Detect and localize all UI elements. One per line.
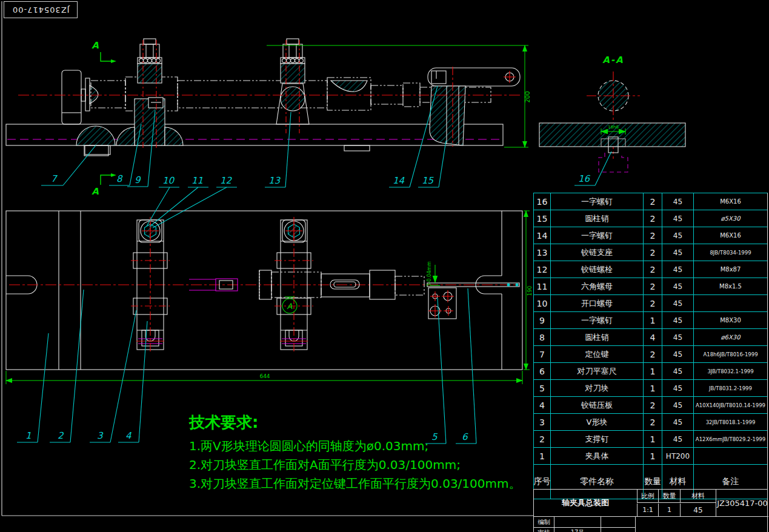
part-label-1: 1 xyxy=(17,333,48,442)
table-row: 12铰链螺栓245M8x87 xyxy=(534,261,767,278)
svg-text:7: 7 xyxy=(51,173,58,184)
svg-text:9: 9 xyxy=(135,175,141,185)
table-row: 5对刀块145JB/T8031.2-1999 xyxy=(534,380,767,397)
hinge-dome xyxy=(281,87,305,111)
clamp-stack-2 xyxy=(276,39,309,133)
left-bracket xyxy=(62,70,81,124)
table-row: 1夹具体1HT200 xyxy=(534,448,767,465)
vblock-assembly-1-plan xyxy=(131,217,170,351)
svg-text:200: 200 xyxy=(524,91,531,102)
svg-text:2: 2 xyxy=(58,430,64,441)
front-view xyxy=(6,39,520,156)
dim-plan-width: 190 xyxy=(524,211,533,370)
svg-text:13: 13 xyxy=(268,175,281,186)
part-label-15: 15 xyxy=(418,141,446,187)
svg-text:1: 1 xyxy=(25,430,32,441)
tool-setting-block xyxy=(428,288,456,319)
section-arrow-label-top: A xyxy=(92,40,99,51)
table-row: 3V形块24532JB/T8018.1-1999 xyxy=(534,414,767,431)
svg-text:15: 15 xyxy=(422,175,434,186)
qty-label: 数量 xyxy=(658,490,680,503)
compiled-value xyxy=(554,516,601,527)
svg-text:644: 644 xyxy=(259,373,270,379)
table-row: 2支撑钉145A12X6mmJB/T8029.2-1999 xyxy=(534,431,767,448)
part-label-13: 13 xyxy=(265,112,291,187)
table-row: 8圆柱销445ø6X30 xyxy=(534,329,767,346)
corner-stamp-box: JZ305417-00 xyxy=(4,1,78,18)
table-row: 15圆柱销245ø5X30 xyxy=(534,210,767,227)
section-title: A-A xyxy=(602,55,624,65)
part-label-2: 2 xyxy=(50,290,84,442)
svg-text:11: 11 xyxy=(191,175,203,186)
datum-a: A xyxy=(282,297,297,313)
shaft-recess xyxy=(331,81,367,91)
swing-clamp xyxy=(428,67,520,147)
section-aa-view: A-A 18h6 xyxy=(539,55,685,172)
table-row: 16一字螺钉245M6X16 xyxy=(534,193,767,210)
part-label-7: 7 xyxy=(41,145,96,185)
dim-key-width: 18h6 xyxy=(608,125,619,130)
tech-requirements-title: 技术要求: xyxy=(189,412,532,433)
drawing-number: JZ305417-00 xyxy=(716,490,768,516)
table-row: 4铰链压板245A10X140JB/T8010.14-1999 xyxy=(534,397,767,414)
checked-value: 17号 xyxy=(554,527,601,532)
scale-label: 比例 xyxy=(637,490,658,503)
material-label: 材料 xyxy=(680,490,716,503)
table-row: 14一字螺钉245M6X16 xyxy=(534,227,767,244)
table-row: 9一字螺钉145M8X30 xyxy=(534,312,767,329)
material-value: 45 xyxy=(680,504,716,516)
svg-text:190: 190 xyxy=(527,285,533,296)
cad-drawing-sheet: A A 200 A-A 18h6 xyxy=(0,0,769,532)
tech-requirement-item: 3.对刀块竖直工作面对定位键工作面平行度为0.03/100mm。 xyxy=(189,474,532,493)
svg-text:8: 8 xyxy=(116,173,123,184)
tech-requirement-item: 2.对刀块竖直工作面对A面平行度为0.03/100mm; xyxy=(189,456,532,474)
tech-requirement-item: 1.两V形块理论圆圆心的同轴度为ø0.03mm; xyxy=(189,437,532,456)
table-row: 10开口螺母245 xyxy=(534,295,767,312)
svg-text:10: 10 xyxy=(162,175,175,186)
corner-stamp-text: JZ305417-00 xyxy=(12,5,70,15)
dim-plan-length: 644 xyxy=(6,371,522,384)
drawing-title: 轴夹具总装图 xyxy=(534,490,637,516)
part-label-3: 3 xyxy=(90,310,136,442)
table-row: 11六角螺母245M8x1.5 xyxy=(534,278,767,295)
part-label-11: 11 xyxy=(150,175,208,227)
part-label-14: 14 xyxy=(389,86,438,187)
title-block: 轴夹具总装图 比例 1:1 数量 1 材料 45 JZ305417-00 编制 … xyxy=(533,489,768,532)
section-cut-marks: A A xyxy=(92,40,116,197)
part-label-10: 10 xyxy=(147,175,179,226)
svg-text:4: 4 xyxy=(125,430,131,441)
qty-value: 1 xyxy=(658,504,680,516)
compiled-extra xyxy=(601,516,635,527)
bom-table: 16一字螺钉245M6X16 15圆柱销245ø5X30 14一字螺钉245M6… xyxy=(533,193,768,499)
svg-text:A: A xyxy=(287,302,293,311)
vblock-assembly-2-plan xyxy=(275,217,313,351)
dim-front-height: 200 xyxy=(267,45,531,147)
section-arrow-label-bottom: A xyxy=(92,186,99,197)
svg-text:3-0.04mm: 3-0.04mm xyxy=(427,261,432,287)
table-row: 13铰链支座2458JB/T8034-1999 xyxy=(534,244,767,261)
signature-area xyxy=(635,516,768,532)
checked-label: 审核 xyxy=(534,527,554,532)
svg-text:3: 3 xyxy=(97,430,104,441)
compiled-label: 编制 xyxy=(534,516,554,527)
clamp-stack-1 xyxy=(116,39,183,150)
part-label-16: 16 xyxy=(574,151,611,185)
tech-requirements: 技术要求: 1.两V形块理论圆圆心的同轴度为ø0.03mm; 2.对刀块竖直工作… xyxy=(189,412,532,493)
svg-text:14: 14 xyxy=(393,175,405,186)
svg-text:12: 12 xyxy=(220,175,233,186)
svg-text:16: 16 xyxy=(578,173,591,184)
scale-value: 1:1 xyxy=(637,504,658,516)
checked-extra xyxy=(601,527,635,532)
table-row: 7定位键245A18h6JB/T8016-1999 xyxy=(534,346,767,363)
support-pin-dome xyxy=(76,126,115,145)
table-row: 6对刀平塞尺1453JB/T8032.1-1999 xyxy=(534,363,767,380)
